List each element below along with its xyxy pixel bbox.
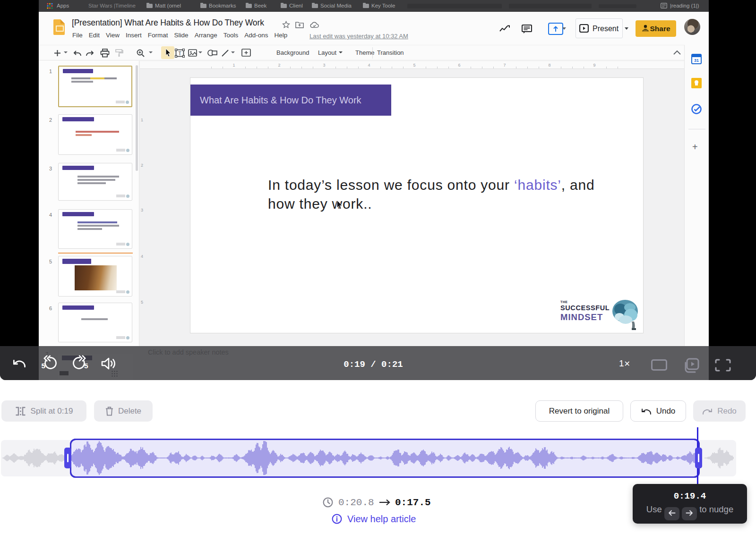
svg-text:5: 5 — [413, 63, 415, 68]
svg-text:1: 1 — [232, 63, 235, 68]
svg-text:8: 8 — [548, 63, 550, 68]
svg-text:4: 4 — [368, 63, 370, 68]
svg-text:9: 9 — [593, 63, 595, 68]
svg-text:3: 3 — [323, 63, 325, 68]
svg-text:7: 7 — [503, 63, 506, 68]
svg-text:2: 2 — [278, 63, 280, 68]
svg-text:31: 31 — [694, 58, 699, 63]
svg-text:6: 6 — [458, 63, 460, 68]
svg-text:T: T — [178, 51, 181, 56]
